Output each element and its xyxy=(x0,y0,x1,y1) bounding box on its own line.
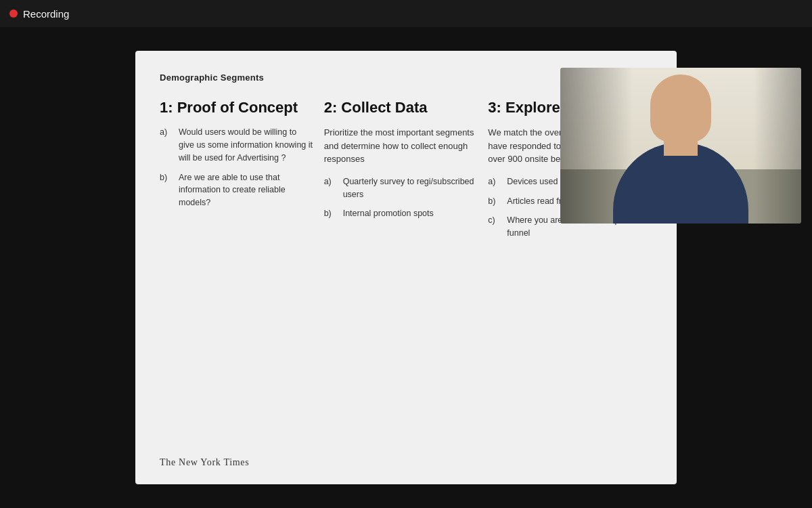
person-head xyxy=(650,75,711,142)
list-item: b) Are we are able to use that informati… xyxy=(160,171,313,209)
col2-intro: Prioritize the most important segments a… xyxy=(324,126,478,166)
video-background xyxy=(560,68,801,224)
list-text-b: Internal promotion spots xyxy=(343,207,434,220)
recording-dot xyxy=(9,9,18,18)
col2-list: a) Quarterly survey to regi/subscribed u… xyxy=(324,175,478,220)
list-label-b: b) xyxy=(324,207,338,220)
dark-overlay-right xyxy=(753,68,801,224)
slide-col-2: 2: Collect Data Prioritize the most impo… xyxy=(324,99,489,445)
video-panel xyxy=(560,68,801,224)
recording-label: Recording xyxy=(23,8,69,20)
recording-bar: Recording xyxy=(0,0,812,27)
main-content: Demographic Segments 1: Proof of Concept… xyxy=(0,27,812,508)
col1-list: a) Would users would be willing to give … xyxy=(160,126,313,209)
list-label-a: a) xyxy=(324,175,338,201)
list-label-b: b) xyxy=(488,195,501,208)
slide-col-1: 1: Proof of Concept a) Would users would… xyxy=(160,99,324,445)
list-text-b: Are we are able to use that information … xyxy=(179,171,313,209)
col2-title: 2: Collect Data xyxy=(324,99,478,117)
list-text-a: Quarterly survey to regi/subscribed user… xyxy=(343,175,478,201)
list-text-a: Would users would be willing to give us … xyxy=(179,126,313,164)
list-item: a) Would users would be willing to give … xyxy=(160,126,313,164)
person-neck xyxy=(664,139,698,156)
slide-footer: The New York Times xyxy=(160,445,652,468)
col1-title: 1: Proof of Concept xyxy=(160,99,313,117)
list-item: a) Quarterly survey to regi/subscribed u… xyxy=(324,175,478,201)
list-text-a: Devices used xyxy=(507,175,558,188)
list-item: b) Internal promotion spots xyxy=(324,207,478,220)
list-label-a: a) xyxy=(488,175,501,188)
nyt-logo: The New York Times xyxy=(160,457,249,467)
list-label-a: a) xyxy=(160,126,173,164)
person-shape xyxy=(613,75,748,224)
list-label-c: c) xyxy=(488,214,501,240)
list-label-b: b) xyxy=(160,171,173,209)
